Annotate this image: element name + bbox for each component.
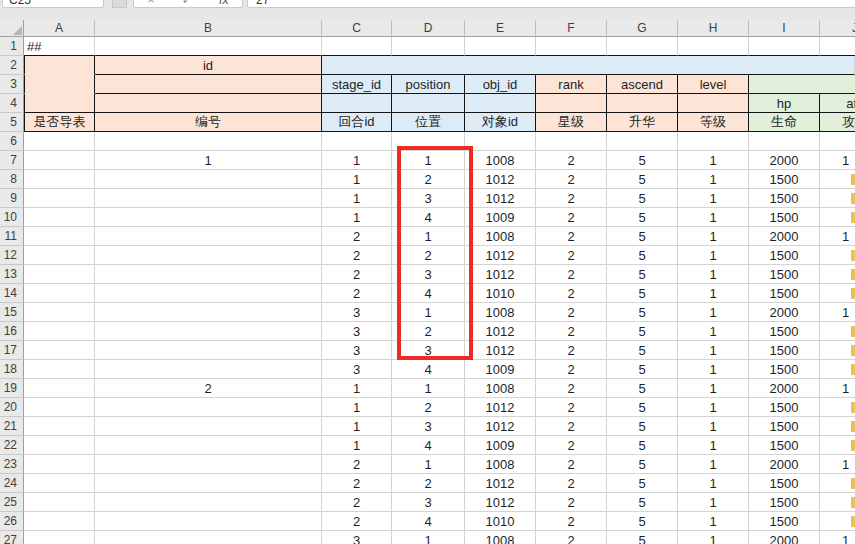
cell-I1[interactable] [749, 37, 820, 56]
name-box[interactable]: C25 [2, 0, 104, 8]
cell-B13[interactable] [95, 265, 322, 284]
cell-D24[interactable]: 2 [392, 474, 465, 493]
row-header-9[interactable]: 9 [0, 189, 24, 208]
cell-J17[interactable] [820, 341, 855, 360]
cell-G9[interactable]: 5 [607, 189, 678, 208]
cell-D20[interactable]: 2 [392, 398, 465, 417]
col-header-I[interactable]: I [749, 20, 820, 37]
formula-bar[interactable]: 27 [247, 0, 855, 8]
cell-A2[interactable] [24, 56, 95, 75]
cell-F3-rank[interactable]: rank [536, 75, 607, 94]
cell-B19[interactable]: 2 [95, 379, 322, 398]
cell-G17[interactable]: 5 [607, 341, 678, 360]
cell-G5-ascend[interactable]: 升华 [607, 113, 678, 132]
col-header-G[interactable]: G [607, 20, 678, 37]
cell-B10[interactable] [95, 208, 322, 227]
row-header-12[interactable]: 12 [0, 246, 24, 265]
cell-E14[interactable]: 1010 [465, 284, 536, 303]
cell-F10[interactable]: 2 [536, 208, 607, 227]
cell-B17[interactable] [95, 341, 322, 360]
cell-G22[interactable]: 5 [607, 436, 678, 455]
row-header-19[interactable]: 19 [0, 379, 24, 398]
row-header-1[interactable]: 1 [0, 37, 24, 56]
col-header-A[interactable]: A [24, 20, 95, 37]
cell-I11[interactable]: 2000 [749, 227, 820, 246]
cell-F6[interactable] [536, 132, 607, 151]
cell-B3[interactable] [95, 75, 322, 94]
cell-H7[interactable]: 1 [678, 151, 749, 170]
cell-E19[interactable]: 1008 [465, 379, 536, 398]
cell-D1[interactable] [392, 37, 465, 56]
cell-A27[interactable] [24, 531, 95, 544]
cell-H6[interactable] [678, 132, 749, 151]
cell-A21[interactable] [24, 417, 95, 436]
row-header-27[interactable]: 27 [0, 531, 24, 544]
cell-G14[interactable]: 5 [607, 284, 678, 303]
cell-D21[interactable]: 3 [392, 417, 465, 436]
cell-C25[interactable]: 2 [322, 493, 392, 512]
cell-I9[interactable]: 1500 [749, 189, 820, 208]
cell-A18[interactable] [24, 360, 95, 379]
cell-G7[interactable]: 5 [607, 151, 678, 170]
cell-E13[interactable]: 1012 [465, 265, 536, 284]
cell-H1[interactable] [678, 37, 749, 56]
cell-F7[interactable]: 2 [536, 151, 607, 170]
cell-C17[interactable]: 3 [322, 341, 392, 360]
cell-C24[interactable]: 2 [322, 474, 392, 493]
cell-D25[interactable]: 3 [392, 493, 465, 512]
cell-G16[interactable]: 5 [607, 322, 678, 341]
cell-A3[interactable] [24, 75, 95, 94]
cell-E24[interactable]: 1012 [465, 474, 536, 493]
cell-H27[interactable]: 1 [678, 531, 749, 544]
cell-E26[interactable]: 1010 [465, 512, 536, 531]
cell-C22[interactable]: 1 [322, 436, 392, 455]
cell-C5-round-id[interactable]: 回合id [322, 113, 392, 132]
cell-I3-J3-band[interactable] [749, 75, 855, 94]
cell-G20[interactable]: 5 [607, 398, 678, 417]
cell-C1[interactable] [322, 37, 392, 56]
cell-C18[interactable]: 3 [322, 360, 392, 379]
cell-D12[interactable]: 2 [392, 246, 465, 265]
cell-H15[interactable]: 1 [678, 303, 749, 322]
cell-C7[interactable]: 1 [322, 151, 392, 170]
cell-D22[interactable]: 4 [392, 436, 465, 455]
cell-F15[interactable]: 2 [536, 303, 607, 322]
cell-B12[interactable] [95, 246, 322, 265]
cell-D18[interactable]: 4 [392, 360, 465, 379]
cell-G8[interactable]: 5 [607, 170, 678, 189]
cell-I12[interactable]: 1500 [749, 246, 820, 265]
cell-H26[interactable]: 1 [678, 512, 749, 531]
cell-H21[interactable]: 1 [678, 417, 749, 436]
cell-D7[interactable]: 1 [392, 151, 465, 170]
cell-F22[interactable]: 2 [536, 436, 607, 455]
cell-B25[interactable] [95, 493, 322, 512]
row-header-2[interactable]: 2 [0, 56, 24, 75]
cell-E17[interactable]: 1012 [465, 341, 536, 360]
cell-I22[interactable]: 1500 [749, 436, 820, 455]
cell-J16[interactable] [820, 322, 855, 341]
cell-I19[interactable]: 2000 [749, 379, 820, 398]
row-header-24[interactable]: 24 [0, 474, 24, 493]
cell-D3-position[interactable]: position [392, 75, 465, 94]
cell-G10[interactable]: 5 [607, 208, 678, 227]
cell-C16[interactable]: 3 [322, 322, 392, 341]
cell-J10[interactable] [820, 208, 855, 227]
cell-H10[interactable]: 1 [678, 208, 749, 227]
cell-B21[interactable] [95, 417, 322, 436]
cell-I23[interactable]: 2000 [749, 455, 820, 474]
row-header-16[interactable]: 16 [0, 322, 24, 341]
cell-F16[interactable]: 2 [536, 322, 607, 341]
cell-H16[interactable]: 1 [678, 322, 749, 341]
cell-A24[interactable] [24, 474, 95, 493]
row-header-4[interactable]: 4 [0, 94, 24, 113]
cell-C26[interactable]: 2 [322, 512, 392, 531]
cell-F9[interactable]: 2 [536, 189, 607, 208]
cell-J12[interactable] [820, 246, 855, 265]
cell-C3-stage-id[interactable]: stage_id [322, 75, 392, 94]
cell-E12[interactable]: 1012 [465, 246, 536, 265]
cell-A13[interactable] [24, 265, 95, 284]
cell-E27[interactable]: 1008 [465, 531, 536, 544]
cell-B27[interactable] [95, 531, 322, 544]
cell-I7[interactable]: 2000 [749, 151, 820, 170]
cell-G21[interactable]: 5 [607, 417, 678, 436]
